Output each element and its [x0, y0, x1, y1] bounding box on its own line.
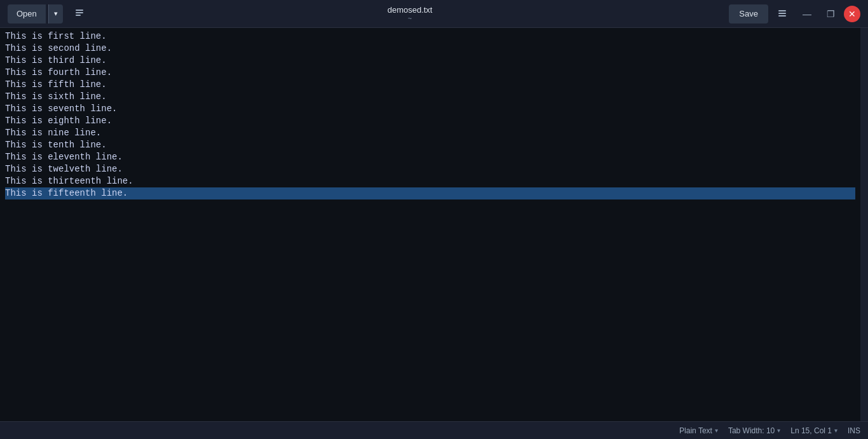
- ln-col-chevron-icon: [834, 427, 837, 434]
- plain-text-label: Plain Text: [679, 426, 712, 435]
- editor-line: This is thirteenth line.: [5, 175, 855, 187]
- plain-text-chevron-icon: [715, 427, 718, 434]
- editor-line: This is sixth line.: [5, 91, 855, 103]
- save-button[interactable]: Save: [729, 4, 768, 24]
- svg-rect-2: [76, 15, 81, 16]
- editor-line: This is first line.: [5, 30, 855, 43]
- editor-line: This is fourth line.: [5, 67, 855, 79]
- editor-content: This is first line.This is second line.T…: [0, 28, 860, 202]
- tab-width-chevron-icon: [777, 427, 780, 434]
- tab-width-label: Tab Width: 10: [728, 426, 775, 435]
- svg-rect-1: [76, 12, 83, 13]
- open-dropdown-button[interactable]: ▾: [48, 4, 63, 24]
- pin-button[interactable]: [68, 4, 91, 24]
- file-subtitle: ~: [408, 15, 412, 22]
- file-title: demosed.txt: [388, 5, 433, 15]
- svg-rect-3: [778, 10, 786, 11]
- editor-line: This is second line.: [5, 43, 855, 55]
- editor-line: This is tenth line.: [5, 139, 855, 151]
- titlebar-center: demosed.txt ~: [388, 5, 433, 22]
- editor-line: This is third line.: [5, 55, 855, 67]
- editor-area[interactable]: This is first line.This is second line.T…: [0, 28, 860, 421]
- svg-rect-5: [778, 15, 786, 17]
- editor-line: This is fifteenth line.: [5, 187, 855, 199]
- titlebar-right: Save — ❐ ✕: [729, 4, 860, 24]
- svg-rect-4: [778, 13, 786, 14]
- minimize-button[interactable]: —: [796, 4, 818, 24]
- svg-rect-0: [76, 10, 83, 11]
- titlebar-left: Open ▾: [8, 4, 91, 24]
- titlebar: Open ▾ demosed.txt ~ Save — ❐: [0, 0, 868, 28]
- tab-width-selector[interactable]: Tab Width: 10: [728, 426, 780, 435]
- editor-line: This is fifth line.: [5, 79, 855, 91]
- editor-line: This is seventh line.: [5, 103, 855, 115]
- statusbar: Plain Text Tab Width: 10 Ln 15, Col 1 IN…: [0, 421, 868, 439]
- scrollbar-track[interactable]: [860, 28, 868, 421]
- maximize-button[interactable]: ❐: [820, 4, 841, 24]
- plain-text-selector[interactable]: Plain Text: [679, 426, 718, 435]
- main-area: This is first line.This is second line.T…: [0, 28, 868, 421]
- editor-line: This is nine line.: [5, 127, 855, 139]
- ln-col-indicator: Ln 15, Col 1: [790, 426, 837, 435]
- ln-col-label: Ln 15, Col 1: [790, 426, 832, 435]
- close-button[interactable]: ✕: [844, 6, 860, 22]
- editor-line: This is eighth line.: [5, 115, 855, 127]
- ins-label: INS: [848, 426, 860, 435]
- menu-button[interactable]: [771, 4, 794, 24]
- close-icon: ✕: [848, 9, 856, 19]
- maximize-icon: ❐: [827, 9, 835, 19]
- editor-line: This is eleventh line.: [5, 151, 855, 163]
- chevron-down-icon: ▾: [54, 10, 58, 17]
- open-button[interactable]: Open: [8, 4, 46, 24]
- editor-line: This is twelveth line.: [5, 163, 855, 175]
- minimize-icon: —: [803, 9, 811, 19]
